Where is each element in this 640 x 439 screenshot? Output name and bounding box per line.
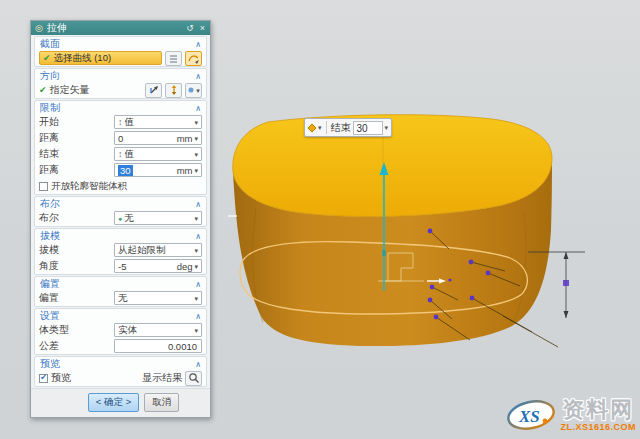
settings-group-header[interactable]: 设置 ∧ bbox=[35, 309, 206, 322]
dropdown-icon: ▾ bbox=[194, 295, 198, 302]
watermark-site-url: ZL.XS1616.COM bbox=[560, 422, 636, 432]
start-distance-input[interactable]: 0 mm ▾ bbox=[114, 131, 202, 145]
limits-group: 限制 ∧ 开始 ↕ 值 ▾ 距离 0 mm ▾ 结束 ↕ 值 ▾ bbox=[34, 100, 207, 195]
select-curve-label: 选择曲线 (10) bbox=[54, 52, 112, 65]
draft-angle-row: 角度 -5 deg ▾ bbox=[35, 258, 206, 274]
dialog-reset-icon[interactable]: ↺ bbox=[185, 24, 195, 33]
preview-group-title: 预览 bbox=[40, 357, 60, 371]
preview-row: ✔ 预览 显示结果 bbox=[35, 370, 206, 386]
curve-select-icon bbox=[188, 52, 200, 64]
preview-checkbox[interactable]: ✔ bbox=[39, 374, 48, 383]
end-method-select[interactable]: ↕ 值 ▾ bbox=[114, 147, 202, 161]
dropdown-icon: ▾ bbox=[194, 247, 198, 254]
toolbar-divider bbox=[326, 121, 327, 134]
cancel-button[interactable]: 取消 bbox=[144, 393, 179, 412]
model-top-face[interactable] bbox=[233, 115, 552, 217]
body-type-select[interactable]: 实体 ▾ bbox=[114, 323, 202, 337]
select-curve-button[interactable] bbox=[185, 51, 202, 66]
curve-list-button[interactable] bbox=[165, 51, 182, 66]
open-profile-row: 开放轮廓智能体积 bbox=[35, 178, 206, 194]
draft-group-header[interactable]: 拔模 ∧ bbox=[35, 229, 206, 242]
collapse-icon[interactable]: ∧ bbox=[195, 280, 201, 289]
boolean-label: 布尔 bbox=[39, 211, 59, 225]
specify-vector-label: 指定矢量 bbox=[50, 83, 90, 97]
list-icon bbox=[168, 53, 179, 64]
section-group-header[interactable]: 截面 ∧ bbox=[35, 37, 206, 50]
preview-group-header[interactable]: 预览 ∧ bbox=[35, 357, 206, 370]
draft-group-title: 拔模 bbox=[40, 229, 60, 243]
offset-label: 偏置 bbox=[39, 291, 59, 305]
end-distance-input[interactable]: 30 mm ▾ bbox=[114, 163, 202, 177]
direction-group-title: 方向 bbox=[40, 69, 60, 83]
angle-value: -5 bbox=[118, 261, 175, 272]
start-row: 开始 ↕ 值 ▾ bbox=[35, 114, 206, 130]
vector-dialog-button[interactable] bbox=[145, 83, 162, 98]
start-method-value: 值 bbox=[125, 116, 193, 129]
limits-group-header[interactable]: 限制 ∧ bbox=[35, 101, 206, 114]
reverse-direction-button[interactable] bbox=[165, 83, 182, 98]
draft-method-select[interactable]: 从起始限制 ▾ bbox=[114, 243, 202, 257]
dialog-gear-icon: ◎ bbox=[35, 24, 43, 33]
collapse-icon[interactable]: ∧ bbox=[195, 360, 201, 369]
end-method-value: 值 bbox=[125, 148, 193, 161]
tolerance-label: 公差 bbox=[39, 339, 59, 353]
dialog-title-bar[interactable]: ◎ 拉伸 ↺ × bbox=[31, 21, 210, 35]
angle-input[interactable]: -5 deg ▾ bbox=[114, 259, 202, 273]
check-icon: ✔ bbox=[43, 53, 51, 63]
limit-option-icon[interactable] bbox=[307, 123, 316, 132]
offset-group-header[interactable]: 偏置 ∧ bbox=[35, 277, 206, 290]
open-profile-checkbox[interactable] bbox=[39, 182, 48, 191]
value-method-icon: ↕ bbox=[118, 117, 123, 127]
collapse-icon[interactable]: ∧ bbox=[195, 312, 201, 321]
boolean-group-header[interactable]: 布尔 ∧ bbox=[35, 197, 206, 210]
dropdown-icon: ▾ bbox=[194, 119, 198, 126]
draft-group: 拔模 ∧ 拔模 从起始限制 ▾ 角度 -5 deg ▾ bbox=[34, 228, 207, 275]
dropdown-icon: ▾ bbox=[196, 87, 200, 94]
show-result-button[interactable] bbox=[185, 371, 202, 386]
start-method-select[interactable]: ↕ 值 ▾ bbox=[114, 115, 202, 129]
dropdown-icon: ▾ bbox=[194, 151, 198, 158]
onscreen-input-toolbar[interactable]: ▾ 结束 30 ▾ bbox=[304, 118, 392, 137]
vector-options-dropdown[interactable]: ▾ bbox=[185, 83, 202, 98]
collapse-icon[interactable]: ∧ bbox=[195, 104, 201, 113]
dim-value-tag[interactable] bbox=[563, 280, 569, 286]
unit-label: deg bbox=[177, 261, 193, 272]
section-group-title: 截面 bbox=[40, 37, 60, 51]
select-curve-row: ✔ 选择曲线 (10) bbox=[35, 50, 206, 66]
body-type-value: 实体 bbox=[118, 324, 192, 337]
collapse-icon[interactable]: ∧ bbox=[195, 40, 201, 49]
start-distance-row: 距离 0 mm ▾ bbox=[35, 130, 206, 146]
ok-button[interactable]: < 确定 > bbox=[88, 393, 139, 412]
offset-group: 偏置 ∧ 偏置 无 ▾ bbox=[34, 276, 207, 307]
limits-group-title: 限制 bbox=[40, 101, 60, 115]
direction-group: 方向 ∧ ✔ 指定矢量 bbox=[34, 68, 207, 99]
unit-label: mm bbox=[177, 165, 193, 176]
dropdown-icon: ▾ bbox=[194, 135, 198, 142]
dialog-close-icon[interactable]: × bbox=[199, 24, 206, 33]
collapse-icon[interactable]: ∧ bbox=[195, 232, 201, 241]
value-method-icon: ↕ bbox=[118, 149, 123, 159]
limit-option-dropdown-icon[interactable]: ▾ bbox=[318, 124, 322, 131]
dim-arrow-top bbox=[564, 252, 569, 259]
specify-vector-row: ✔ 指定矢量 ▾ bbox=[35, 82, 206, 98]
end-row: 结束 ↕ 值 ▾ bbox=[35, 146, 206, 162]
onscreen-distance-input[interactable]: 30 bbox=[353, 121, 383, 135]
watermark-logo-icon: XS bbox=[505, 397, 557, 433]
offset-group-title: 偏置 bbox=[40, 277, 60, 291]
boolean-value: 无 bbox=[124, 212, 192, 225]
onscreen-input-dropdown-icon[interactable]: ▾ bbox=[385, 124, 389, 131]
show-result-label: 显示结果 bbox=[142, 371, 182, 385]
collapse-icon[interactable]: ∧ bbox=[195, 200, 201, 209]
check-icon: ✔ bbox=[39, 85, 47, 95]
settings-group-title: 设置 bbox=[40, 309, 60, 323]
offset-select[interactable]: 无 ▾ bbox=[114, 291, 202, 305]
vector-option-icon bbox=[187, 85, 196, 96]
body-type-label: 体类型 bbox=[39, 323, 69, 337]
direction-group-header[interactable]: 方向 ∧ bbox=[35, 69, 206, 82]
collapse-icon[interactable]: ∧ bbox=[195, 72, 201, 81]
tolerance-input[interactable]: 0.0010 bbox=[114, 339, 202, 353]
boolean-row: 布尔 ● 无 ▾ bbox=[35, 210, 206, 226]
boolean-select[interactable]: ● 无 ▾ bbox=[114, 211, 202, 225]
dialog-footer: < 确定 > 取消 bbox=[31, 388, 210, 417]
select-curve-field[interactable]: ✔ 选择曲线 (10) bbox=[39, 51, 162, 65]
